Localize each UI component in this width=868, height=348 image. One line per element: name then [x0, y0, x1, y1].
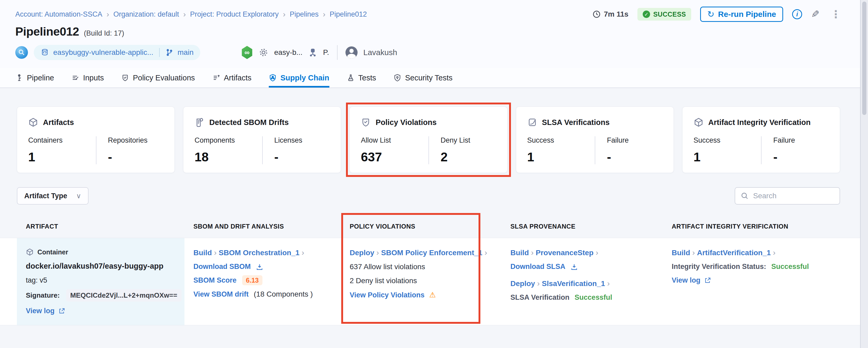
slsa-icon [527, 117, 537, 127]
tab-policy-evaluations[interactable]: Policy Evaluations [121, 68, 195, 88]
flask-icon [347, 74, 355, 82]
stage-link[interactable]: Deploy [510, 280, 535, 288]
breadcrumb-project[interactable]: Project: Product Exploratory [190, 10, 279, 19]
more-options-icon[interactable]: ⋮ [829, 8, 843, 20]
sbom-cell: Build›SBOM Orchestration_1› Download SBO… [184, 238, 341, 325]
card-slsa-verifications: SLSA Verifications Success1 Failure- [516, 107, 674, 173]
tab-artifacts[interactable]: Artifacts [212, 68, 252, 88]
column-header-sbom: SBOM AND DRIFT ANALYSIS [184, 223, 341, 230]
signature-label: Signature: [26, 291, 60, 299]
gear-icon [259, 48, 268, 57]
artifact-integrity-cell: Build›ArtifactVerification_1› Integrity … [663, 238, 840, 325]
search-box[interactable] [735, 187, 840, 205]
tab-tests[interactable]: Tests [347, 68, 376, 88]
stat-value: - [274, 150, 330, 164]
success-check-icon: ✓ [643, 10, 650, 18]
stat-label: Repositories [108, 136, 164, 144]
slsa-verification-label: SLSA Verification [510, 293, 569, 301]
stage-link[interactable]: Build [510, 249, 529, 257]
artifact-image-name: docker.io/lavakush07/easy-buggy-app [26, 262, 175, 270]
clock-icon [592, 10, 601, 19]
artifacts-list-icon [212, 74, 220, 82]
page-header: Account: Automation-SSCA › Organization:… [0, 0, 860, 68]
deny-list-violations: 2 Deny list violations [350, 277, 492, 285]
card-sbom-drifts: Detected SBOM Drifts Components18 Licens… [183, 107, 341, 173]
view-log-link[interactable]: View log [26, 307, 55, 315]
column-header-integrity: ARTIFACT INTEGRITY VERIFICATION [663, 223, 840, 230]
tab-security-tests[interactable]: Security Tests [394, 68, 453, 88]
status-badge: ✓ SUCCESS [638, 8, 691, 21]
artifact-cell: Container docker.io/lavakush07/easy-bugg… [17, 238, 184, 325]
view-sbom-drift-link[interactable]: View SBOM drift [193, 290, 249, 298]
drift-components-count: (18 Components ) [254, 290, 313, 298]
step-link[interactable]: SBOM Policy Enforcement_1 [381, 249, 482, 257]
stat-label: Failure [607, 136, 662, 144]
stage-link[interactable]: Build [672, 249, 690, 257]
view-policy-violations-link[interactable]: View Policy Violations [350, 291, 425, 299]
scrollbar-thumb[interactable] [862, 2, 866, 115]
trigger-type-icon: ∞ [241, 46, 253, 59]
view-log-link[interactable]: View log [672, 276, 701, 285]
security-shield-icon [394, 74, 401, 82]
stat-label: Failure [773, 136, 829, 144]
step-link[interactable]: SBOM Orchestration_1 [219, 249, 300, 257]
stat-value: 1 [527, 150, 595, 164]
stage-link[interactable]: Deploy [350, 249, 374, 257]
breadcrumb-separator: › [283, 10, 286, 19]
execution-tabbar: Pipeline Inputs Policy Evaluations Artif… [0, 68, 860, 88]
rerun-icon: ↻ [707, 9, 714, 19]
rerun-pipeline-button[interactable]: ↻ Re-run Pipeline [700, 7, 783, 22]
tab-supply-chain[interactable]: Supply Chain [269, 68, 329, 88]
tab-inputs[interactable]: Inputs [71, 68, 104, 88]
stat-label: Success [527, 136, 595, 144]
search-input[interactable] [753, 192, 832, 200]
trigger-pipeline-name: easy-b... [274, 48, 302, 57]
cube-icon [28, 117, 38, 127]
slsa-provenance-cell: Build›ProvenanceStep› Download SLSA [501, 238, 663, 325]
sbom-score-link[interactable]: SBOM Score [193, 276, 237, 284]
summary-cards: Artifacts Containers1 Repositories- [17, 107, 840, 173]
card-artifact-integrity: Artifact Integrity Verification Success1… [682, 107, 840, 173]
signature-value[interactable]: MEQCICde2Vjl...L+2+mqnOXw== [66, 289, 182, 301]
trigger-short-label: P. [323, 48, 329, 57]
edit-pencil-icon[interactable]: ✎ [811, 8, 819, 20]
artifact-type-dropdown[interactable]: Artifact Type ∨ [17, 187, 89, 205]
step-link[interactable]: ArtifactVerification_1 [697, 249, 771, 257]
repository-chip[interactable]: easybuggy-vulnerable-applic... main [34, 45, 200, 60]
column-header-artifact: ARTIFACT [17, 223, 184, 230]
vertical-scrollbar[interactable] [860, 0, 868, 348]
repository-icon [40, 48, 49, 57]
info-icon[interactable]: i [792, 9, 802, 19]
download-icon [570, 263, 578, 271]
stat-label: Deny List [441, 136, 496, 144]
search-icon [740, 192, 749, 200]
breadcrumb-organization[interactable]: Organization: default [113, 10, 179, 19]
stat-value: 1 [693, 150, 761, 164]
table-header-row: ARTIFACT SBOM AND DRIFT ANALYSIS POLICY … [17, 215, 840, 238]
integrity-status-label: Integrity Verification Status: [672, 263, 766, 270]
breadcrumb-separator: › [323, 10, 326, 19]
column-header-slsa: SLSA PROVENANCE [501, 223, 663, 230]
card-policy-violations: Policy Violations Allow List637 Deny Lis… [349, 107, 507, 173]
breadcrumb-pipeline012[interactable]: Pipeline012 [330, 10, 367, 19]
build-id-label: (Build Id: 17) [84, 29, 124, 37]
integrity-status: Successful [771, 263, 809, 270]
sbom-score-badge: 6.13 [242, 275, 262, 285]
chevron-down-icon: ∨ [76, 192, 81, 200]
breadcrumb-separator: › [106, 10, 109, 19]
stat-value: - [607, 150, 662, 164]
download-sbom-link[interactable]: Download SBOM [193, 263, 251, 270]
cube-icon [693, 117, 704, 127]
card-title: SLSA Verifications [542, 118, 610, 127]
stage-link[interactable]: Build [193, 249, 212, 257]
card-title: Artifacts [43, 118, 74, 127]
warning-icon: ⚠ [429, 291, 436, 299]
external-link-icon [58, 308, 65, 315]
download-slsa-link[interactable]: Download SLSA [510, 263, 565, 270]
breadcrumb-account[interactable]: Account: Automation-SSCA [15, 10, 102, 19]
step-link[interactable]: SlsaVerification_1 [542, 280, 605, 288]
external-link-icon [704, 277, 711, 284]
step-link[interactable]: ProvenanceStep [536, 249, 593, 257]
breadcrumb-pipelines[interactable]: Pipelines [290, 10, 319, 19]
tab-pipeline[interactable]: Pipeline [15, 68, 54, 88]
